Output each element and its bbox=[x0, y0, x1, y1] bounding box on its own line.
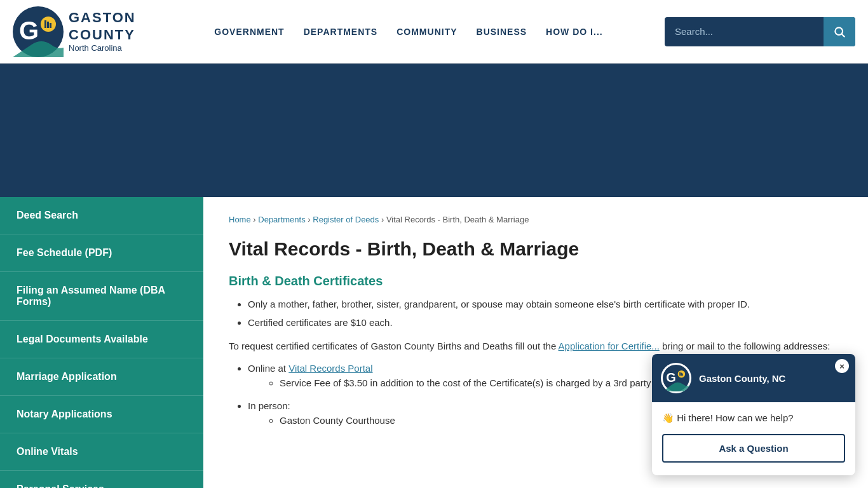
logo[interactable]: G GASTON COUNTY North Carolina bbox=[13, 6, 153, 57]
svg-point-6 bbox=[835, 27, 843, 35]
nav-how-do-i[interactable]: HOW DO I... bbox=[546, 27, 603, 37]
logo-icon: G bbox=[13, 6, 64, 57]
sidebar: Deed Search Fee Schedule (PDF) Filing an… bbox=[0, 197, 203, 488]
breadcrumb-sep3: › bbox=[381, 215, 386, 224]
section-birth-death-title: Birth & Death Certificates bbox=[229, 274, 843, 288]
svg-rect-3 bbox=[44, 20, 46, 28]
sidebar-item-marriage-app[interactable]: Marriage Application bbox=[0, 358, 203, 396]
nav-departments[interactable]: DEPARTMENTS bbox=[304, 27, 378, 37]
online-prefix: Online at bbox=[248, 363, 288, 374]
svg-text:G: G bbox=[19, 17, 39, 44]
sidebar-item-personal-services[interactable]: Personal Services bbox=[0, 471, 203, 488]
breadcrumb-departments[interactable]: Departments bbox=[258, 215, 305, 224]
ask-question-button[interactable]: Ask a Question bbox=[662, 434, 845, 463]
chat-body: 👋 Hi there! How can we help? Ask a Quest… bbox=[652, 402, 855, 475]
breadcrumb-register[interactable]: Register of Deeds bbox=[313, 215, 379, 224]
chat-org-name: Gaston County, NC bbox=[699, 373, 785, 384]
greeting-text: Hi there! How can we help? bbox=[674, 412, 794, 423]
nav-business[interactable]: BUSINESS bbox=[477, 27, 527, 37]
sidebar-item-assumed-name[interactable]: Filing an Assumed Name (DBA Forms) bbox=[0, 272, 203, 321]
breadcrumb: Home › Departments › Register of Deeds ›… bbox=[229, 215, 843, 224]
nav-government[interactable]: GOVERNMENT bbox=[214, 27, 284, 37]
hero-banner bbox=[0, 64, 868, 197]
nav-community[interactable]: COMMUNITY bbox=[397, 27, 457, 37]
vital-records-portal-link[interactable]: Vital Records Portal bbox=[288, 363, 372, 374]
breadcrumb-current: Vital Records - Birth, Death & Marriage bbox=[386, 215, 529, 224]
list-item-1: Only a mother, father, brother, sister, … bbox=[248, 297, 843, 312]
chat-header: G Gaston County, NC × bbox=[652, 354, 855, 402]
sidebar-item-fee-schedule[interactable]: Fee Schedule (PDF) bbox=[0, 234, 203, 272]
svg-rect-11 bbox=[679, 372, 681, 376]
search-icon bbox=[833, 25, 846, 38]
search-input[interactable] bbox=[665, 26, 824, 37]
main-nav: GOVERNMENT DEPARTMENTS COMMUNITY BUSINES… bbox=[153, 27, 665, 37]
para1-suffix: bring or mail to the following addresses… bbox=[660, 341, 830, 351]
site-header: G GASTON COUNTY North Carolina GOVERNMEN… bbox=[0, 0, 868, 64]
inperson-label: In person: bbox=[248, 400, 290, 411]
wave-icon: 👋 bbox=[662, 412, 674, 423]
sidebar-item-deed-search[interactable]: Deed Search bbox=[0, 197, 203, 234]
chat-greeting: 👋 Hi there! How can we help? bbox=[662, 412, 845, 424]
application-link[interactable]: Application for Certifie... bbox=[559, 341, 660, 351]
search-button[interactable] bbox=[824, 17, 855, 46]
chat-avatar-icon: G bbox=[663, 365, 689, 391]
svg-text:G: G bbox=[666, 370, 676, 384]
chat-widget: G Gaston County, NC × 👋 Hi there! How ca… bbox=[652, 354, 855, 475]
sidebar-item-legal-docs[interactable]: Legal Documents Available bbox=[0, 321, 203, 358]
list-item-2: Certified certificates are $10 each. bbox=[248, 316, 843, 330]
breadcrumb-home[interactable]: Home bbox=[229, 215, 251, 224]
svg-rect-4 bbox=[47, 22, 49, 28]
chat-close-button[interactable]: × bbox=[835, 359, 849, 373]
birth-death-list: Only a mother, father, brother, sister, … bbox=[248, 297, 843, 330]
request-paragraph: To request certified certificates of Gas… bbox=[229, 339, 843, 354]
sidebar-item-online-vitals[interactable]: Online Vitals bbox=[0, 433, 203, 471]
logo-text: GASTON COUNTY North Carolina bbox=[69, 10, 136, 53]
page-title: Vital Records - Birth, Death & Marriage bbox=[229, 238, 843, 260]
sidebar-item-notary-apps[interactable]: Notary Applications bbox=[0, 396, 203, 433]
para1-prefix: To request certified certificates of Gas… bbox=[229, 341, 559, 351]
svg-rect-13 bbox=[682, 374, 683, 376]
chat-avatar: G bbox=[661, 363, 691, 393]
svg-rect-5 bbox=[50, 23, 51, 28]
svg-line-7 bbox=[842, 34, 845, 37]
search-bar bbox=[665, 17, 855, 46]
svg-rect-12 bbox=[681, 373, 682, 376]
